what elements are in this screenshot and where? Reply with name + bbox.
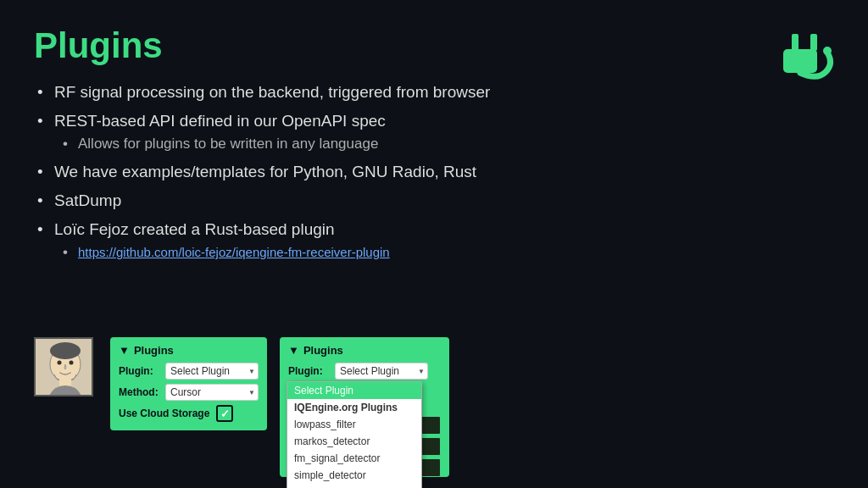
svg-rect-0: [783, 49, 817, 73]
dd-item-select-plugin[interactable]: Select Plugin: [287, 382, 421, 399]
svg-point-7: [58, 361, 62, 365]
plugin-select-1[interactable]: Select Plugin: [165, 363, 259, 380]
dd-item-simple[interactable]: simple_detector: [287, 467, 421, 484]
dd-item-group-header: IQEngine.org Plugins: [287, 399, 421, 416]
plugin-dropdown[interactable]: Select Plugin IQEngine.org Plugins lowpa…: [287, 381, 422, 488]
bottom-area: ▼ Plugins Plugin: Select Plugin Method:: [34, 337, 449, 480]
dd-item-markos[interactable]: markos_detector: [287, 433, 421, 450]
page-title: Plugins: [34, 25, 834, 66]
plugin-panel-2-wrapper: ▼ Plugins Plugin: Select Plugin Method:: [280, 337, 449, 480]
slide: Plugins RF signal processing on the back…: [0, 0, 868, 488]
list-item: Loïc Fejoz created a Rust-based plugin h…: [34, 219, 834, 263]
plugin-row-2: Plugin: Select Plugin: [288, 363, 441, 380]
list-item: SatDump: [34, 190, 834, 212]
panels-area: ▼ Plugins Plugin: Select Plugin Method:: [110, 337, 449, 480]
svg-point-8: [70, 361, 74, 365]
avatar: [34, 337, 93, 396]
dd-item-fm-signal[interactable]: fm_signal_detector: [287, 450, 421, 467]
method-row: Method: Cursor: [119, 384, 259, 401]
panel1-title: ▼ Plugins: [119, 344, 259, 357]
dd-item-fm-receiver-gn[interactable]: fm_receiver_gnuradio: [287, 484, 421, 488]
svg-rect-1: [792, 34, 798, 51]
list-item: RF signal processing on the backend, tri…: [34, 81, 834, 103]
plugin-select-2[interactable]: Select Plugin: [335, 363, 428, 380]
svg-point-6: [50, 342, 81, 359]
svg-rect-2: [810, 34, 817, 51]
list-item-link: https://github.com/loic-fejoz/iqengine-f…: [54, 243, 834, 263]
cloud-storage-row: Use Cloud Storage: [119, 405, 259, 422]
svg-point-3: [823, 47, 832, 55]
cloud-storage-checkbox[interactable]: [216, 405, 233, 422]
plugin-panel-1: ▼ Plugins Plugin: Select Plugin Method:: [110, 337, 267, 430]
method-select-1[interactable]: Cursor: [165, 384, 259, 401]
list-item: We have examples/templates for Python, G…: [34, 161, 834, 183]
plugin-row: Plugin: Select Plugin: [119, 363, 259, 380]
panel2-title: ▼ Plugins: [288, 344, 441, 357]
list-item: Allows for plugins to be written in any …: [54, 135, 834, 154]
list-item: REST-based API defined in our OpenAPI sp…: [34, 110, 834, 155]
dd-item-lowpass[interactable]: lowpass_filter: [287, 416, 421, 433]
bullet-list: RF signal processing on the backend, tri…: [34, 81, 834, 263]
